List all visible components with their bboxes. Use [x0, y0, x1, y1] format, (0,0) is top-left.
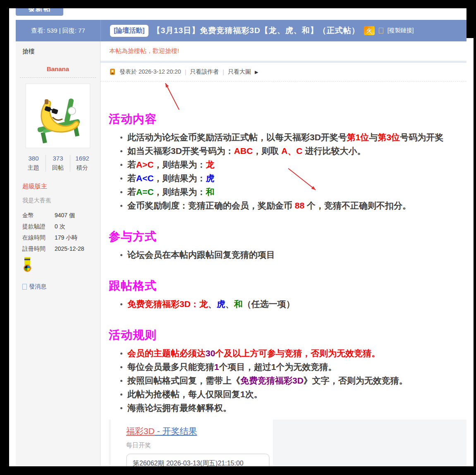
section-heading: 参与方式: [109, 229, 466, 245]
hot-fire-icon: 火: [364, 26, 375, 35]
post-content-column: 本帖為搶樓帖，歡迎搶樓! 發表於 2026-3-12 20:20 | 只看該作者…: [100, 41, 466, 466]
bullet-item: 若A=C，则结果为：和: [109, 185, 466, 199]
category-badge[interactable]: [論壇活動]: [110, 25, 148, 37]
only-author-link[interactable]: 只看該作者: [190, 68, 219, 76]
bullet-list: 免费竞猜福彩3D：龙、虎、和（任选一项）: [109, 297, 466, 311]
widget-title-red: 福彩3D: [126, 426, 155, 436]
info-value: 0 次: [55, 223, 65, 230]
widget-subtitle: 每日开奖: [126, 441, 270, 449]
bullet-item: 会员的主题帖必须达30个及以上方可参与竞猜，否则为无效竞猜。: [109, 346, 466, 360]
info-row: 註冊時間2025-12-28: [22, 245, 100, 253]
post-meta-row: 發表於 2026-3-12 20:20 | 只看該作者 | 只看大圖 ▶: [100, 63, 466, 82]
frame-top-right-notch: [466, 0, 476, 38]
bullet-item: 论坛会员在本帖内跟帖回复竞猜的项目: [109, 248, 466, 261]
author-signature: 我是大香蕉: [22, 197, 100, 204]
only-large-image-link[interactable]: 只看大圖: [228, 68, 251, 76]
post-sections: 活动内容此活动为论坛金币奖励活动正式帖，以每天福彩3D开奖号第1位与第3位号码为…: [109, 111, 466, 415]
caret-right-icon[interactable]: ▶: [255, 70, 258, 75]
section-heading: 活动内容: [109, 111, 466, 127]
bullet-item: 此活动为论坛金币奖励活动正式帖，以每天福彩3D开奖号第1位与第3位号码为开奖: [109, 130, 466, 144]
bullet-item: 如当天福彩3D开奖号码为：ABC，则取 A、C 进行比较大小。: [109, 144, 466, 158]
frame-left: [0, 0, 9, 475]
floor-label: 搶樓: [16, 41, 100, 55]
meta-separator: |: [222, 69, 224, 75]
section-heading: 跟帖格式: [109, 278, 466, 294]
info-row: 金幣9407 個: [22, 212, 100, 219]
bullet-item: 海燕论坛拥有最终解释权。: [109, 401, 466, 415]
send-message-label: 發消息: [29, 283, 46, 290]
info-value: 179 小時: [55, 234, 77, 242]
sidebar-dashed-divider: [20, 77, 96, 78]
avatar[interactable]: [26, 84, 90, 148]
stat-label: 主題: [22, 164, 45, 172]
thread-title: 【3月13日】免费竞猜福彩3D【龙、虎、和】（正式帖）: [153, 25, 360, 36]
stat-value: 1692: [70, 155, 94, 162]
missing-glyph-icon: [379, 28, 383, 34]
author-info-list: 金幣9407 個提款驗證0 次在線時間179 小時註冊時間2025-12-28: [22, 212, 100, 253]
frame-right: [474, 0, 476, 475]
info-row: 在線時間179 小時: [22, 234, 100, 242]
info-label: 在線時間: [22, 234, 55, 242]
copy-link-button[interactable]: [複製鏈接]: [387, 27, 414, 34]
info-label: 金幣: [22, 212, 55, 219]
banana-avatar-image: [29, 87, 87, 145]
info-label: 註冊時間: [22, 245, 55, 253]
info-value: 2025-12-28: [55, 245, 84, 253]
bullet-item: 此帖为抢楼帖，每人仅限回复1次。: [109, 387, 466, 401]
bullet-list: 会员的主题帖必须达30个及以上方可参与竞猜，否则为无效竞猜。每位会员最多只能竞猜…: [109, 346, 466, 415]
author-username[interactable]: Banana: [16, 65, 100, 72]
send-message-link[interactable]: 發消息: [22, 283, 100, 290]
bullet-item: 按照回帖格式回复，需带上《免费竞猜福彩3D》文字，否则为无效竞猜。: [109, 374, 466, 387]
stat-value: 373: [46, 155, 70, 162]
stat-cell[interactable]: 373回帖: [46, 155, 70, 172]
stat-cell[interactable]: 1692積分: [70, 155, 94, 172]
stat-label: 回帖: [46, 164, 70, 172]
bullet-item: 若A<C，则结果为：虎: [109, 171, 466, 185]
posted-at: 發表於 2026-3-12 20:20: [120, 68, 181, 76]
post-body: 活动内容此活动为论坛金币奖励活动正式帖，以每天福彩3D开奖号第1位与第3位号码为…: [100, 111, 466, 475]
lottery-widget-title-link[interactable]: 福彩3D - 开奖结果: [126, 425, 270, 437]
section-heading: 活动规则: [109, 327, 466, 343]
views-replies-count: 查看: 539 | 回復: 77: [16, 27, 100, 35]
bullet-item: 金币奖励制度：竞猜正确的会员，奖励金币 88 个，竞猜不正确则不扣分。: [109, 199, 466, 212]
widget-title-blue: - 开奖结果: [155, 426, 197, 436]
author-stamp-icon: [109, 68, 116, 76]
frame-bottom: [0, 466, 476, 475]
info-label: 提款驗證: [22, 223, 55, 230]
stat-value: 380: [22, 155, 45, 162]
info-value: 9407 個: [55, 212, 75, 219]
frame-top: [0, 0, 476, 8]
thread-header-bar: 查看: 539 | 回復: 77 [論壇活動] 【3月13日】免费竞猜福彩3D【…: [16, 20, 466, 41]
stat-label: 積分: [70, 164, 94, 172]
medal-icon: [22, 257, 100, 274]
bullet-list: 论坛会员在本帖内跟帖回复竞猜的项目: [109, 248, 466, 261]
author-role: 超級版主: [22, 182, 100, 190]
bullet-item: 每位会员最多只能竞猜1个项目，超过1个为无效竞猜。: [109, 360, 466, 374]
meta-separator: |: [185, 69, 187, 75]
author-stats: 380主題373回帖1692積分: [22, 155, 94, 172]
author-sidebar: 搶樓 Banana: [16, 41, 100, 466]
message-icon: [22, 284, 27, 290]
info-row: 提款驗證0 次: [22, 223, 100, 230]
bullet-item: 若A>C，则结果为：龙: [109, 158, 466, 171]
bullet-item: 免费竞猜福彩3D：龙、虎、和（任选一项）: [109, 297, 466, 311]
stat-cell[interactable]: 380主題: [22, 155, 46, 172]
thread-notice: 本帖為搶樓帖，歡迎搶樓!: [100, 41, 466, 63]
bullet-list: 此活动为论坛金币奖励活动正式帖，以每天福彩3D开奖号第1位与第3位号码为开奖如当…: [109, 130, 466, 212]
main-wrap: 搶樓 Banana: [16, 41, 466, 466]
thread-title-wrap: [論壇活動] 【3月13日】免费竞猜福彩3D【龙、虎、和】（正式帖） 火 [複製…: [101, 25, 466, 37]
